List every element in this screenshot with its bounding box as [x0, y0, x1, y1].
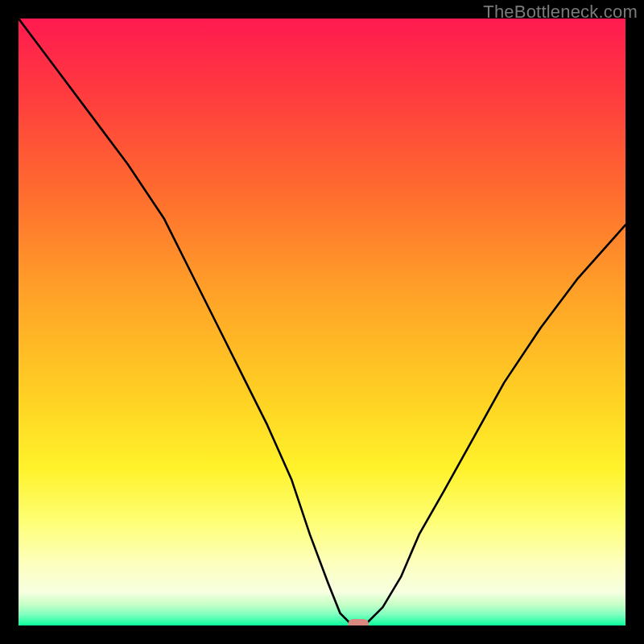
watermark-text: TheBottleneck.com	[483, 2, 638, 23]
plot-area	[19, 19, 625, 625]
chart-frame: TheBottleneck.com	[0, 0, 644, 644]
gradient-background	[19, 19, 625, 625]
optimum-marker	[348, 619, 369, 625]
bottleneck-chart	[19, 19, 625, 625]
